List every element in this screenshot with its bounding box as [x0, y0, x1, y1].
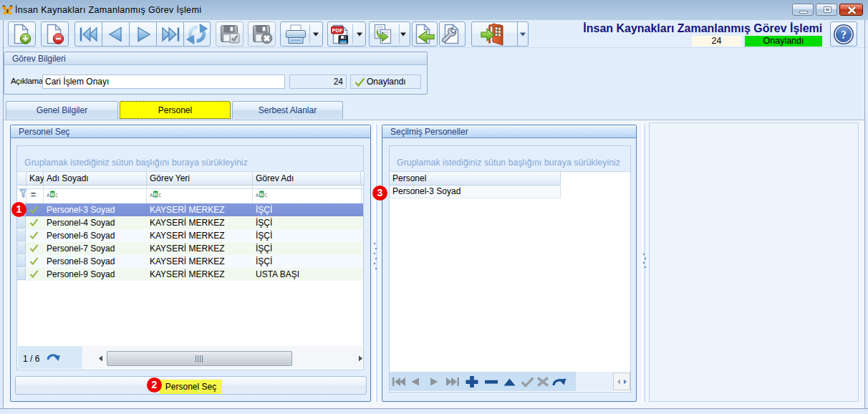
svg-text:C: C	[158, 193, 161, 198]
svg-text:C: C	[264, 193, 267, 198]
svg-text:B: B	[51, 191, 55, 198]
svg-text:A: A	[256, 193, 259, 198]
svg-text:C: C	[55, 193, 58, 198]
svg-text:A: A	[150, 193, 153, 198]
svg-text:A: A	[47, 193, 50, 198]
svg-text:B: B	[154, 191, 158, 198]
svg-text:B: B	[260, 191, 264, 198]
